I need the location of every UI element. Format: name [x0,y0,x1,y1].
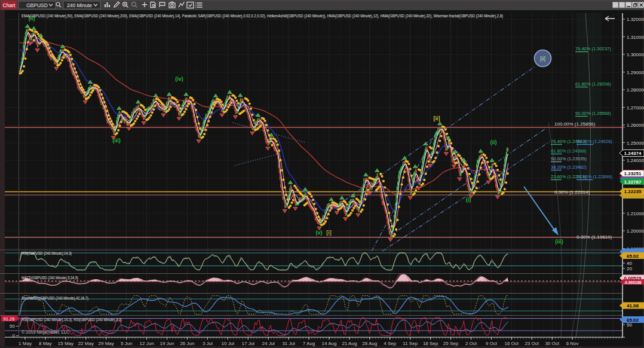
svg-text:14 Aug: 14 Aug [322,341,337,346]
svg-text:61.80% (1.24388): 61.80% (1.24388) [551,148,587,154]
svg-text:Stochastics(GBPUSD (240 Minute: Stochastics(GBPUSD (240 Minute),42,16,7) [22,295,88,301]
svg-text:0: 0 [13,333,16,338]
svg-text:0.00% (1.19619): 0.00% (1.19619) [576,234,612,240]
svg-text:100.00% (1.25856): 100.00% (1.25856) [554,121,595,127]
svg-text:© 2019 NinjaTrader, LLC: © 2019 NinjaTrader, LLC [22,329,70,335]
svg-text:22 May: 22 May [78,341,94,346]
svg-text:GBPUSD: GBPUSD [26,2,48,8]
svg-text:40: 40 [627,261,632,266]
svg-text:11 Sep: 11 Sep [403,341,418,346]
svg-text:9 Oct: 9 Oct [486,341,498,346]
svg-text:38.20% (1.23482): 38.20% (1.23482) [551,164,587,170]
svg-text:[ii]: [ii] [434,115,440,121]
svg-text:30 Oct: 30 Oct [545,341,559,346]
svg-text:4 Sep: 4 Sep [384,341,396,346]
svg-text:15 May: 15 May [58,341,73,346]
svg-text:91.26: 91.26 [4,316,15,322]
svg-text:(v): (v) [316,230,323,236]
svg-text:1.32000: 1.32000 [627,17,644,22]
svg-text:21.60% (1.22899): 21.60% (1.22899) [576,174,612,179]
svg-text:6 Nov: 6 Nov [566,341,579,346]
svg-text:31 Jul: 31 Jul [282,341,295,346]
svg-text:[i]: [i] [326,230,332,236]
svg-text:38.20% (1.24928): 38.20% (1.24928) [576,139,612,144]
svg-text:23 Oct: 23 Oct [525,341,539,346]
svg-text:29 May: 29 May [99,341,114,346]
svg-text:17 Jul: 17 Jul [242,341,255,346]
svg-text:RSI(GBPUSD (240 Minute);14,3): RSI(GBPUSD (240 Minute);14,3) [22,251,72,256]
svg-text:1.31000: 1.31000 [627,35,644,40]
svg-text:1.21000: 1.21000 [627,211,644,216]
svg-text:50: 50 [627,322,632,328]
svg-text:1.20000: 1.20000 [627,228,644,234]
svg-text:Chart: Chart [3,2,16,8]
svg-text:24 Jul: 24 Jul [262,341,275,346]
svg-text:28 Aug: 28 Aug [362,341,377,346]
svg-text:1 May: 1 May [19,341,32,346]
svg-text:(iii): (iii) [555,239,563,245]
svg-text:RSI(GBPUSD (240 Minute),14,3),: RSI(GBPUSD (240 Minute),14,3), RSI(GBPUS… [22,317,122,322]
svg-text:0.00% (1.22014): 0.00% (1.22014) [554,190,590,195]
svg-text:41.08: 41.08 [627,303,639,309]
svg-text:1.29000: 1.29000 [627,70,644,75]
svg-text:16 Oct: 16 Oct [505,341,519,346]
svg-text:50.00% (1.26568): 50.00% (1.26568) [575,111,611,116]
svg-text:-0.000168: -0.000168 [624,280,642,285]
svg-text:(iv): (iv) [175,76,183,82]
svg-text:10 Jul: 10 Jul [222,341,235,346]
svg-text:MACD(GBPUSD (240 Minute),5,34,: MACD(GBPUSD (240 Minute),5,34,5) [22,275,78,280]
svg-text:1.25000: 1.25000 [627,141,644,146]
svg-text:26 Jun: 26 Jun [180,341,194,346]
svg-text:1.24000: 1.24000 [627,158,644,163]
svg-text:(iii): (iii) [112,138,121,144]
svg-text:65.02: 65.02 [627,254,639,259]
svg-text:5 Jun: 5 Jun [121,341,133,346]
svg-text:61.80% (1.28208): 61.80% (1.28208) [575,81,611,87]
svg-text:[ii]: [ii] [540,56,545,62]
svg-text:1.24374: 1.24374 [624,151,642,156]
svg-text:1.22787: 1.22787 [624,179,642,185]
svg-text:12 Jun: 12 Jun [140,341,154,346]
svg-text:18 Sep: 18 Sep [423,341,438,346]
svg-text:25 Sep: 25 Sep [443,341,459,346]
svg-text:2 Oct: 2 Oct [465,341,477,346]
svg-text:21 Aug: 21 Aug [342,341,357,346]
svg-text:7 Aug: 7 Aug [303,341,315,346]
svg-text:1.26000: 1.26000 [627,123,644,128]
svg-text:1.30000: 1.30000 [627,52,644,57]
svg-text:65.02: 65.02 [627,318,639,323]
svg-text:50: 50 [10,323,15,329]
svg-text:19 Jun: 19 Jun [160,341,174,346]
svg-text:EMA(GBPUSD (240 Minute),50), E: EMA(GBPUSD (240 Minute),50), EMA(GBPUSD … [22,13,503,19]
svg-text:(i): (i) [466,197,471,203]
svg-text:1.27000: 1.27000 [627,105,644,111]
svg-text:1.23251: 1.23251 [624,171,642,176]
svg-text:8 May: 8 May [39,341,52,346]
svg-text:1.28000: 1.28000 [627,87,644,93]
svg-text:20: 20 [627,266,632,271]
svg-text:1.22235: 1.22235 [624,189,642,194]
svg-text:76.40% (1.30237): 76.40% (1.30237) [575,46,611,51]
svg-text:(ii): (ii) [490,139,497,145]
svg-text:50.00% (1.23935): 50.00% (1.23935) [551,156,587,161]
svg-text:3 Jul: 3 Jul [203,341,213,346]
svg-text:240 Minute: 240 Minute [67,2,92,8]
